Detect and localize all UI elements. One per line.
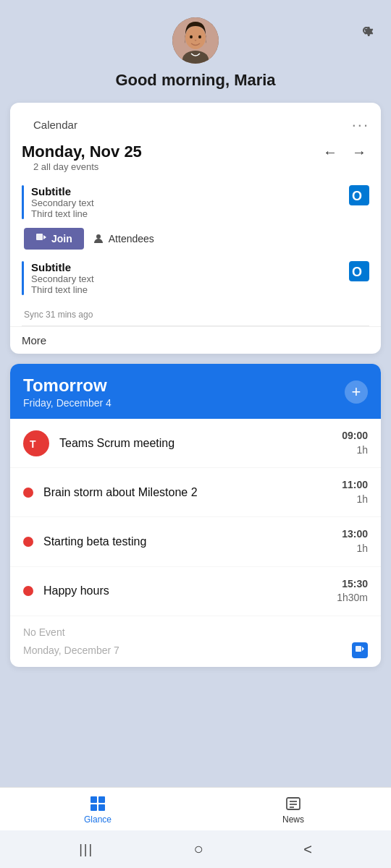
outlook-icon-2: O <box>349 261 369 284</box>
event-beta-title: Starting beta testing <box>43 535 332 548</box>
home-icon[interactable]: ○ <box>194 840 203 859</box>
event-brainstorm-time: 11:00 1h <box>342 478 368 506</box>
event-beta-time: 13:00 1h <box>342 527 368 556</box>
event-teams-title: Teams Scrum meeting <box>59 437 332 450</box>
event-happy-title: Happy hours <box>43 584 327 597</box>
calendar-card: Calendar ... Monday, Nov 25 2 all day ev… <box>10 103 381 354</box>
attendees-label: Attendees <box>109 233 154 244</box>
svg-point-3 <box>190 35 193 38</box>
settings-icon[interactable] <box>356 20 377 41</box>
all-day-events: 2 all day events <box>22 161 142 178</box>
event-teams-time: 09:00 1h <box>342 429 368 457</box>
event-teams-scrum[interactable]: T Teams Scrum meeting 09:00 1h <box>10 419 381 468</box>
calendar-event-2: Subtitle Secondary text Third text line … <box>10 257 381 299</box>
next-day-row: Monday, December 7 <box>10 641 381 667</box>
svg-rect-18 <box>98 804 105 811</box>
calendar-label: Calendar <box>22 111 89 131</box>
svg-text:O: O <box>352 265 362 279</box>
no-event-label: No Event <box>10 616 381 641</box>
teams-icon: T <box>23 430 49 456</box>
next-arrow[interactable]: → <box>349 142 369 162</box>
back-icon[interactable]: < <box>303 841 312 858</box>
svg-text:O: O <box>352 189 362 203</box>
tomorrow-header: Tomorrow Friday, December 4 + <box>10 364 381 419</box>
svg-marker-8 <box>43 235 46 239</box>
tomorrow-title: Tomorrow <box>23 375 112 396</box>
calendar-nav: ← → <box>320 142 369 162</box>
event-brainstorm[interactable]: Brain storm about Milestone 2 11:00 1h <box>10 468 381 517</box>
event-dot-2 <box>23 537 33 547</box>
event-beta[interactable]: Starting beta testing 13:00 1h <box>10 517 381 566</box>
header: Good morning, Maria <box>0 0 391 90</box>
join-button[interactable]: Join <box>24 228 84 250</box>
calendar-date: Monday, Nov 25 <box>22 142 142 161</box>
svg-point-4 <box>198 35 201 38</box>
event-happy-hours[interactable]: Happy hours 15:30 1h30m <box>10 567 381 616</box>
attendees-button[interactable]: Attendees <box>93 233 154 244</box>
svg-rect-15 <box>91 796 97 803</box>
greeting-text: Good morning, Maria <box>115 71 275 90</box>
calendar-event-1: Subtitle Secondary text Third text line … <box>10 181 381 224</box>
event-1-title: Subtitle <box>31 185 343 197</box>
add-event-button[interactable]: + <box>345 380 368 404</box>
nav-news[interactable]: News <box>196 795 391 825</box>
menu-icon[interactable]: ||| <box>79 842 93 857</box>
nav-glance[interactable]: Glance <box>0 795 196 825</box>
svg-rect-17 <box>91 804 97 811</box>
event-happy-time: 15:30 1h30m <box>337 577 368 605</box>
system-nav: ||| ○ < <box>0 830 391 868</box>
tomorrow-card: Tomorrow Friday, December 4 + T Teams Sc… <box>10 364 381 667</box>
event-1-third: Third text line <box>31 208 343 219</box>
event-2-title: Subtitle <box>31 261 343 273</box>
event-brainstorm-title: Brain storm about Milestone 2 <box>43 486 332 499</box>
next-day-label: Monday, December 7 <box>23 644 119 656</box>
event-1-secondary: Secondary text <box>31 197 343 208</box>
svg-rect-13 <box>356 646 361 652</box>
sync-text: Sync 31 mins ago <box>10 307 381 326</box>
more-link[interactable]: More <box>10 326 381 354</box>
nav-news-label: News <box>282 814 304 825</box>
svg-text:T: T <box>30 438 36 450</box>
event-1-actions: Join Attendees <box>24 228 369 250</box>
bottom-nav: Glance News <box>0 787 391 830</box>
event-2-third: Third text line <box>31 284 343 295</box>
event-dot-3 <box>23 586 33 596</box>
event-dot-1 <box>23 488 33 498</box>
event-2-secondary: Secondary text <box>31 273 343 284</box>
prev-arrow[interactable]: ← <box>320 142 340 162</box>
svg-rect-16 <box>98 796 105 803</box>
calendar-date-row: Monday, Nov 25 2 all day events ← → <box>10 131 381 181</box>
svg-point-9 <box>96 234 101 239</box>
svg-marker-14 <box>362 647 364 651</box>
next-day-icon <box>352 642 368 658</box>
outlook-icon-1: O <box>349 185 369 208</box>
nav-glance-label: Glance <box>84 814 112 825</box>
calendar-more-btn[interactable]: ... <box>352 114 369 129</box>
join-label: Join <box>51 233 72 244</box>
avatar[interactable] <box>172 17 219 64</box>
tomorrow-date: Friday, December 4 <box>23 397 112 409</box>
svg-rect-7 <box>36 234 43 240</box>
